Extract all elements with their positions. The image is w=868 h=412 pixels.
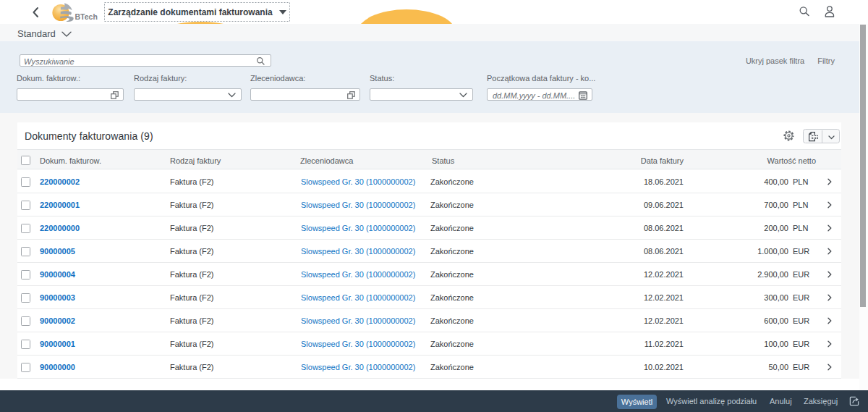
svg-text:BTech: BTech [75,12,98,21]
